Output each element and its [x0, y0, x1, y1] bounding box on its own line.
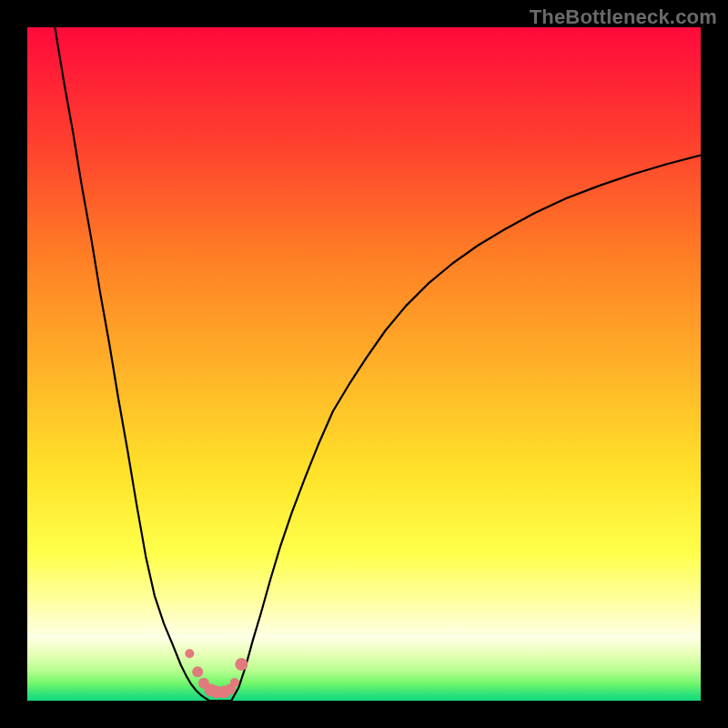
bottleneck-point — [192, 666, 203, 677]
left-curve — [55, 27, 208, 701]
bottleneck-point — [230, 678, 239, 687]
right-curve — [231, 156, 701, 701]
bottleneck-point — [235, 658, 248, 671]
plot-area — [27, 27, 701, 701]
bottleneck-point — [185, 649, 194, 658]
curve-layer — [27, 27, 701, 701]
chart-frame: TheBottleneck.com — [0, 0, 728, 728]
watermark: TheBottleneck.com — [530, 5, 717, 29]
bottleneck-points — [185, 649, 248, 698]
